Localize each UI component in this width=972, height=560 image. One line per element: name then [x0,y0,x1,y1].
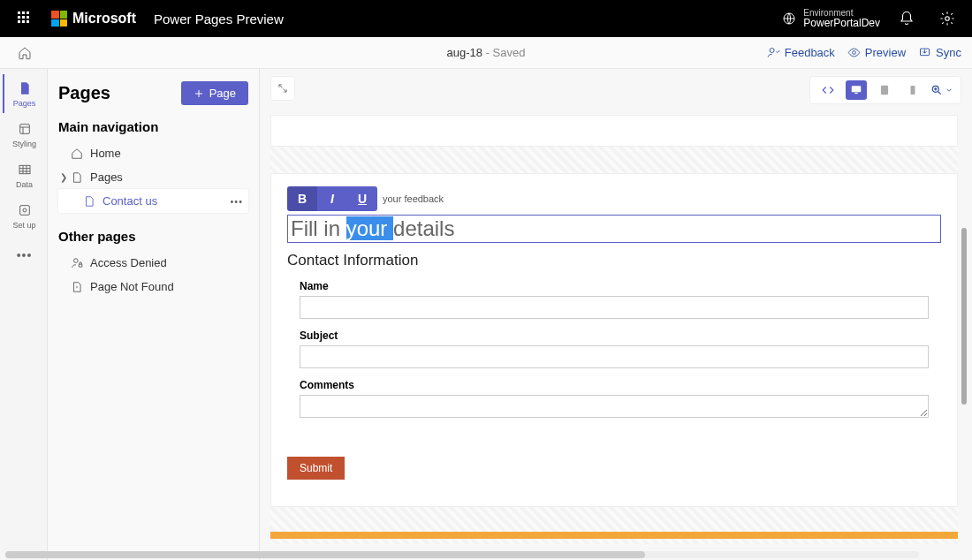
page-icon [18,81,32,95]
design-canvas: B I U your feedback Fill in your details… [260,69,972,560]
name-label: Name [300,280,941,292]
canvas-toolbar [809,76,961,104]
env-name: PowerPortalDev [803,18,880,29]
rail-styling[interactable]: Styling [3,115,45,154]
other-section-label: Other pages [58,229,248,244]
chevron-right-icon[interactable]: ❯ [60,172,67,182]
tree-pages[interactable]: ❯ Pages [58,165,248,189]
subheading: Contact Information [287,252,941,269]
bold-button[interactable]: B [287,186,317,211]
page-surface[interactable]: B I U your feedback Fill in your details… [270,115,958,544]
svg-point-8 [23,208,27,212]
submit-button[interactable]: Submit [287,457,345,480]
desktop-icon [849,84,863,96]
home-icon [18,46,32,60]
bell-icon [899,11,915,26]
code-icon [821,84,835,96]
svg-point-2 [770,49,774,53]
eye-icon [847,46,861,59]
zoom-icon [930,84,943,96]
brand-logo: Microsoft [51,11,136,26]
environment-picker[interactable]: Environment PowerPortalDev [782,8,880,29]
code-view-button[interactable] [817,80,839,100]
svg-rect-7 [19,206,29,216]
heading-editable[interactable]: Fill in your details [287,215,941,243]
doc-name: aug-18 [447,46,482,59]
section-placeholder[interactable] [270,115,958,147]
svg-rect-11 [854,93,858,94]
rail-pages[interactable]: Pages [3,74,45,113]
data-icon [18,163,32,177]
microsoft-icon [51,11,67,26]
rail-data[interactable]: Data [3,155,45,194]
tree-not-found[interactable]: Page Not Found [58,275,248,299]
scrollbar-thumb[interactable] [5,551,645,558]
gear-icon [939,11,955,26]
svg-rect-13 [911,86,915,95]
svg-rect-12 [881,86,888,95]
tablet-icon [878,84,891,96]
vertical-scrollbar[interactable] [961,228,967,405]
zoom-button[interactable] [930,80,953,100]
mobile-icon [907,84,918,96]
home-icon [71,148,83,160]
tree-contact-us[interactable]: Contact us ••• [58,189,248,213]
waffle-icon[interactable] [11,4,39,33]
rail-more[interactable]: ••• [3,237,45,276]
app-title: Power Pages Preview [154,11,284,26]
sync-icon [918,46,931,59]
left-rail: Pages Styling Data Set up ••• [0,69,48,560]
underline-button[interactable]: U [347,186,377,211]
svg-rect-10 [852,86,862,92]
setup-icon [18,203,32,217]
diagonal-arrow-icon [277,82,289,95]
nav-section-label: Main navigation [58,119,248,134]
settings-button[interactable] [933,4,961,33]
sync-link[interactable]: Sync [918,46,961,59]
feedback-link[interactable]: Feedback [767,46,835,59]
subject-input[interactable] [300,345,929,368]
person-lock-icon [71,257,83,269]
horizontal-scrollbar[interactable] [5,551,919,558]
italic-button[interactable]: I [317,186,347,211]
name-input[interactable] [300,296,929,319]
tablet-view-button[interactable] [874,80,895,100]
save-status: - Saved [482,46,525,59]
pages-panel: Pages Page Main navigation Home ❯ Pages … [48,69,260,560]
toolbar-hint: your feedback [383,193,444,204]
svg-rect-6 [19,165,30,173]
panel-title: Pages [58,83,110,103]
plus-icon [194,88,204,99]
top-bar: Microsoft Power Pages Preview Environmen… [0,0,972,37]
add-page-button[interactable]: Page [181,81,248,105]
heading-selection: your [346,216,393,240]
feedback-icon [767,46,780,59]
expand-arrow-button[interactable] [270,76,295,101]
svg-point-3 [852,51,855,55]
styling-icon [18,122,32,136]
item-more-icon[interactable]: ••• [230,196,243,207]
comments-label: Comments [300,379,941,391]
ellipsis-icon: ••• [17,246,33,264]
file-icon [83,195,95,208]
footer-strip[interactable] [270,532,958,539]
environment-icon [782,11,796,26]
chevron-down-icon [945,86,953,95]
file-alert-icon [71,281,83,293]
text-format-toolbar: B I U your feedback [287,186,941,211]
notifications-button[interactable] [892,4,921,33]
svg-rect-5 [19,125,29,134]
mobile-view-button[interactable] [902,80,923,100]
brand-text: Microsoft [72,11,136,26]
home-button[interactable] [18,46,32,60]
file-icon [71,171,83,184]
comments-input[interactable] [300,395,929,418]
subject-label: Subject [300,329,941,342]
rail-setup[interactable]: Set up [3,196,45,235]
svg-point-9 [74,258,79,262]
tree-home[interactable]: Home [58,141,248,165]
desktop-view-button[interactable] [846,80,867,100]
form-section[interactable]: B I U your feedback Fill in your details… [270,173,958,507]
tree-access-denied[interactable]: Access Denied [58,251,248,275]
preview-link[interactable]: Preview [847,46,906,59]
